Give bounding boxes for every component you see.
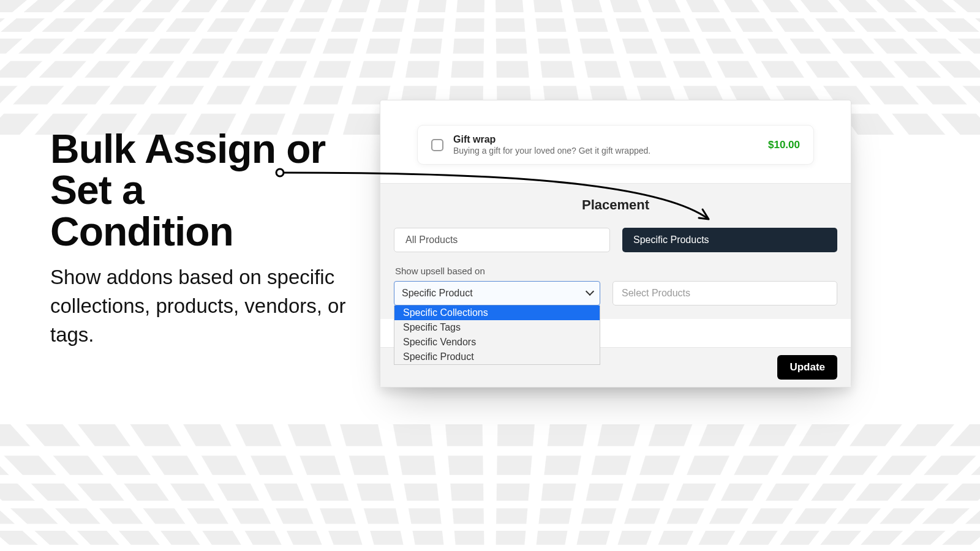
placement-section: Placement All Products Specific Products… xyxy=(380,183,851,319)
toggle-specific-products[interactable]: Specific Products xyxy=(622,228,837,252)
update-button-label: Update xyxy=(790,361,825,373)
marketing-title-line1: Bulk Assign or Set a xyxy=(50,126,325,212)
marketing-title: Bulk Assign or Set a Condition xyxy=(50,129,369,252)
basis-option-collections[interactable]: Specific Collections xyxy=(394,305,600,320)
basis-option-vendors[interactable]: Specific Vendors xyxy=(394,335,600,350)
marketing-copy: Bulk Assign or Set a Condition Show addo… xyxy=(50,129,369,350)
addon-subtitle: Buying a gift for your loved one? Get it… xyxy=(453,146,758,156)
toggle-specific-products-label: Specific Products xyxy=(633,234,709,246)
addon-title: Gift wrap xyxy=(453,134,758,145)
update-button[interactable]: Update xyxy=(777,355,837,380)
basis-dropdown: Specific Collections Specific Tags Speci… xyxy=(394,305,600,365)
marketing-title-line2: Condition xyxy=(50,209,233,254)
basis-option-product[interactable]: Specific Product xyxy=(394,350,600,364)
placement-heading: Placement xyxy=(394,197,837,213)
product-picker-input[interactable]: Select Products xyxy=(612,281,837,305)
toggle-all-products[interactable]: All Products xyxy=(394,228,610,252)
chevron-down-icon xyxy=(587,290,594,297)
basis-select[interactable]: Specific Product xyxy=(394,281,600,305)
product-picker-placeholder: Select Products xyxy=(622,288,690,299)
basis-option-tags[interactable]: Specific Tags xyxy=(394,320,600,335)
addon-checkbox[interactable] xyxy=(431,139,443,151)
settings-panel: Gift wrap Buying a gift for your loved o… xyxy=(380,100,851,388)
basis-select-value: Specific Product xyxy=(402,288,473,299)
addon-price: $10.00 xyxy=(768,139,800,151)
marketing-body: Show addons based on specific collection… xyxy=(50,263,369,350)
toggle-all-products-label: All Products xyxy=(405,234,458,246)
criteria-label: Show upsell based on xyxy=(395,266,837,276)
placement-toggle-group: All Products Specific Products xyxy=(394,228,837,252)
addon-card-giftwrap: Gift wrap Buying a gift for your loved o… xyxy=(417,125,814,165)
